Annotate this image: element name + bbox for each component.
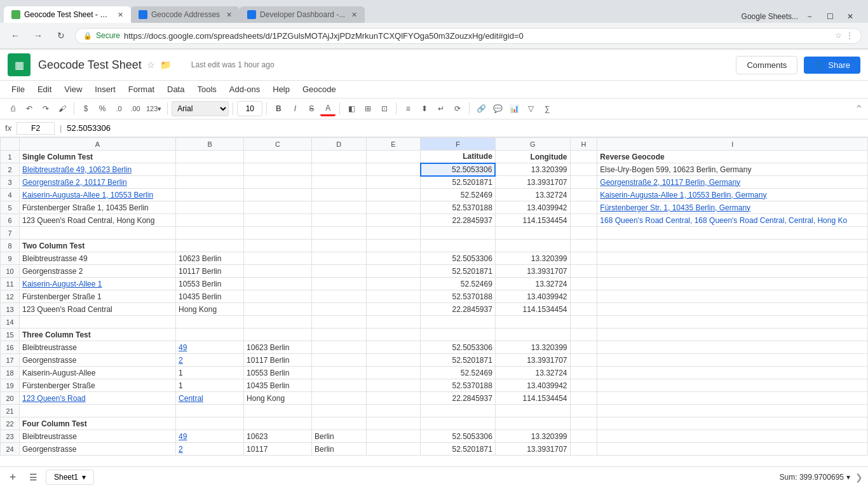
cell-10-c[interactable] [244,265,312,278]
row-header-14[interactable]: 14 [1,316,20,329]
strikethrough-button[interactable]: S [304,101,319,116]
row-header-10[interactable]: 10 [1,265,20,278]
cell-3-i[interactable]: Georgenstraße 2, 10117 Berlin, Germany [597,176,868,189]
row-header-23[interactable]: 23 [1,430,20,443]
cell-6-d[interactable] [312,214,367,227]
cell-22-f[interactable] [421,417,496,430]
cell-1-i[interactable]: Reverse Geocode [597,151,868,163]
cell-18-a[interactable]: Kaiserin-August-Allee [20,367,176,379]
cell-15-g[interactable] [495,329,570,341]
add-sheet-button[interactable]: + [5,470,20,485]
cell-12-e[interactable] [366,290,421,303]
merge-button[interactable]: ⊡ [377,101,392,116]
cell-9-c[interactable] [244,252,312,265]
row-header-24[interactable]: 24 [1,443,20,456]
cell-12-b[interactable]: 10435 Berlin [176,290,244,303]
cell-22-i[interactable] [597,417,868,430]
row-header-11[interactable]: 11 [1,278,20,290]
cell-7-b[interactable] [176,227,244,240]
cell-3-g[interactable]: 13.3931707 [495,176,570,189]
cell-3-f[interactable]: 52.5201871 [421,176,496,189]
cell-8-a[interactable]: Two Column Test [20,240,176,252]
refresh-button[interactable]: ↻ [52,27,70,44]
address-bar[interactable]: 🔒 Secure https://docs.google.com/spreads… [75,28,862,44]
cell-8-h[interactable] [570,240,597,252]
table-row[interactable]: 8Two Column Test [1,240,868,252]
cell-15-c[interactable] [244,329,312,341]
cell-11-d[interactable] [312,278,367,290]
cell-19-b[interactable]: 1 [176,379,244,392]
bold-button[interactable]: B [271,101,286,116]
cell-16-e[interactable] [366,341,421,354]
cell-18-b[interactable]: 1 [176,367,244,379]
tab-close-2[interactable]: ✕ [226,11,232,19]
cell-17-d[interactable] [312,354,367,367]
menu-format[interactable]: Format [122,82,161,97]
row-header-12[interactable]: 12 [1,290,20,303]
comment-button[interactable]: 💬 [490,101,505,116]
percent-button[interactable]: % [95,101,110,116]
table-row[interactable]: 6123 Queen's Road Central, Hong Kong22.2… [1,214,868,227]
row-header-20[interactable]: 20 [1,392,20,405]
row-header-2[interactable]: 2 [1,163,20,176]
font-color-button[interactable]: A [320,101,336,116]
cell-12-d[interactable] [312,290,367,303]
cell-19-h[interactable] [570,379,597,392]
cell-3-h[interactable] [570,176,597,189]
cell-8-f[interactable] [421,240,496,252]
row-header-9[interactable]: 9 [1,252,20,265]
cell-11-h[interactable] [570,278,597,290]
cell-8-c[interactable] [244,240,312,252]
col-header-b[interactable]: B [176,138,244,151]
row-header-15[interactable]: 15 [1,329,20,341]
menu-view[interactable]: View [58,82,88,97]
cell-5-e[interactable] [366,201,421,214]
cell-11-b[interactable]: 10553 Berlin [176,278,244,290]
cell-14-c[interactable] [244,316,312,329]
cell-1-g[interactable]: Longitude [495,151,570,163]
cell-11-i[interactable] [597,278,868,290]
cell-24-d[interactable]: Berlin [312,443,367,456]
cell-2-a[interactable]: Bleibtreustraße 49, 10623 Berlin [20,163,176,176]
bookmark-icon[interactable]: ☆ [835,31,842,40]
cell-16-i[interactable] [597,341,868,354]
cell-24-c[interactable]: 10117 [244,443,312,456]
cell-18-f[interactable]: 52.52469 [421,367,496,379]
cell-22-h[interactable] [570,417,597,430]
cell-20-d[interactable] [312,392,367,405]
align-v-button[interactable]: ⬍ [417,101,432,116]
cell-9-d[interactable] [312,252,367,265]
cell-16-c[interactable]: 10623 Berlin [244,341,312,354]
cell-18-e[interactable] [366,367,421,379]
cell-21-b[interactable] [176,405,244,417]
cell-21-g[interactable] [495,405,570,417]
cell-5-h[interactable] [570,201,597,214]
text-rotate-button[interactable]: ⟳ [450,101,465,116]
cell-19-c[interactable]: 10435 Berlin [244,379,312,392]
row-header-5[interactable]: 5 [1,201,20,214]
cell-18-i[interactable] [597,367,868,379]
cell-20-i[interactable] [597,392,868,405]
cell-14-b[interactable] [176,316,244,329]
text-wrap-button[interactable]: ↵ [433,101,449,116]
tab-geocode-addresses[interactable]: Geocode Addresses ✕ [131,6,240,23]
cell-17-i[interactable] [597,354,868,367]
cell-23-e[interactable] [366,430,421,443]
menu-edit[interactable]: Edit [31,82,58,97]
cell-20-f[interactable]: 22.2845937 [421,392,496,405]
cell-4-g[interactable]: 13.32724 [495,189,570,201]
cell-14-e[interactable] [366,316,421,329]
cell-10-e[interactable] [366,265,421,278]
cell-5-g[interactable]: 13.4039942 [495,201,570,214]
cell-12-c[interactable] [244,290,312,303]
cell-23-i[interactable] [597,430,868,443]
cell-16-f[interactable]: 52.5053306 [421,341,496,354]
row-header-22[interactable]: 22 [1,417,20,430]
borders-button[interactable]: ⊞ [360,101,376,116]
cell-21-d[interactable] [312,405,367,417]
redo-button[interactable]: ↷ [38,101,53,116]
cell-19-f[interactable]: 52.5370188 [421,379,496,392]
cell-22-c[interactable] [244,417,312,430]
cell-9-i[interactable] [597,252,868,265]
decimal-dec-button[interactable]: .0 [111,101,126,116]
